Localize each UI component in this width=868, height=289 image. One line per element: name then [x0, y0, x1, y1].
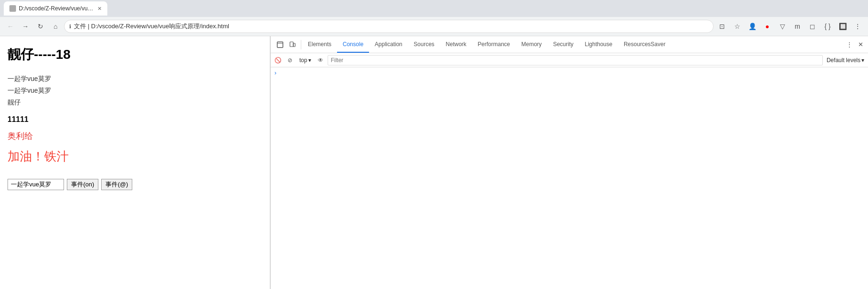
context-selector[interactable]: top ▾ [297, 55, 313, 65]
device-toggle-button[interactable] [287, 39, 298, 50]
page-title: 靓仔-----18 [8, 46, 262, 64]
context-dropdown-icon: ▾ [308, 57, 311, 64]
address-bar[interactable]: ℹ 文件 | D:/vscode/Z-Review/vue/vue响应式原理/i… [64, 20, 714, 33]
browser-tab[interactable]: D:/vscode/Z-Review/vue/vue响应式原理/index.ht… [4, 1, 107, 16]
default-levels-arrow: ▾ [861, 57, 864, 64]
ext5-button[interactable]: ◻ [806, 20, 819, 33]
filter-input[interactable] [328, 55, 823, 65]
tab-sources[interactable]: Sources [408, 36, 440, 53]
lock-icon: ℹ [69, 24, 71, 30]
devtools-panel: Elements Console Application Sources Net… [270, 36, 868, 289]
ext1-button[interactable]: 👤 [746, 20, 759, 33]
svg-rect-0 [277, 42, 283, 48]
toolbar: ← → ↻ ⌂ ℹ 文件 | D:/vscode/Z-Review/vue/vu… [0, 17, 868, 36]
address-text: 文件 | D:/vscode/Z-Review/vue/vue响应式原理/ind… [74, 22, 708, 31]
devtools-header: Elements Console Application Sources Net… [271, 36, 868, 53]
bookmark-button[interactable]: ☆ [731, 20, 744, 33]
console-toolbar: 🚫 ⊘ top ▾ 👁 Default levels ▾ [271, 53, 868, 67]
svg-rect-2 [293, 43, 295, 47]
back-button[interactable]: ← [4, 20, 17, 33]
page-line-1: 一起学vue莫罗 [8, 73, 262, 85]
ext2-button[interactable]: ● [761, 20, 774, 33]
page-line-2: 一起学vue莫罗 [8, 85, 262, 96]
page-red-medium: 奥利给 [8, 130, 262, 142]
forward-button[interactable]: → [19, 20, 32, 33]
tab-console[interactable]: Console [337, 36, 369, 53]
tab-close-btn[interactable]: ✕ [97, 6, 102, 12]
page-input[interactable] [8, 179, 64, 190]
console-stop-button[interactable]: ⊘ [285, 55, 295, 65]
tab-resourcessaver[interactable]: ResourcesSaver [618, 36, 671, 53]
browser-chrome: D:/vscode/Z-Review/vue/vue响应式原理/index.ht… [0, 0, 868, 36]
console-chevron: › [274, 69, 276, 76]
page-line-3: 靓仔 [8, 96, 262, 108]
tab-memory[interactable]: Memory [516, 36, 547, 53]
page-content: 靓仔-----18 一起学vue莫罗 一起学vue莫罗 靓仔 11111 奥利给… [0, 36, 270, 289]
toolbar-right: ⊡ ☆ 👤 ● ▽ m ◻ { } 🔲 ⋮ [715, 20, 864, 33]
ext4-button[interactable]: m [791, 20, 804, 33]
live-expression-button[interactable]: 👁 [315, 55, 326, 65]
console-prompt: › [274, 69, 864, 76]
devtools-divider [301, 40, 301, 49]
default-levels-label: Default levels [827, 57, 860, 64]
devtools-settings-button[interactable]: ⋮ [844, 39, 855, 50]
ext7-button[interactable]: 🔲 [836, 20, 849, 33]
inspect-element-button[interactable] [274, 39, 286, 50]
cast-button[interactable]: ⊡ [715, 20, 729, 33]
event-on-button[interactable]: 事件(on) [67, 179, 98, 190]
console-body[interactable]: › [271, 67, 868, 289]
page-red-large: 加油！铁汁 [8, 148, 262, 165]
menu-button[interactable]: ⋮ [851, 20, 864, 33]
tab-lighthouse[interactable]: Lighthouse [579, 36, 618, 53]
devtools-close-button[interactable]: ✕ [855, 39, 866, 50]
default-levels-selector[interactable]: Default levels ▾ [825, 57, 866, 64]
ext3-button[interactable]: ▽ [776, 20, 789, 33]
reload-button[interactable]: ↻ [34, 20, 47, 33]
main-layout: 靓仔-----18 一起学vue莫罗 一起学vue莫罗 靓仔 11111 奥利给… [0, 36, 868, 289]
tab-performance[interactable]: Performance [472, 36, 516, 53]
page-bold: 11111 [8, 115, 262, 124]
tab-favicon [9, 5, 16, 12]
svg-rect-1 [290, 42, 293, 47]
page-input-row: 事件(on) 事件(@) [8, 179, 262, 190]
tab-application[interactable]: Application [369, 36, 408, 53]
tab-security[interactable]: Security [547, 36, 579, 53]
tab-title: D:/vscode/Z-Review/vue/vue响应式原理/index.ht… [19, 5, 95, 13]
context-value: top [299, 57, 307, 64]
devtools-icons [273, 39, 300, 50]
home-button[interactable]: ⌂ [49, 20, 62, 33]
tab-elements[interactable]: Elements [302, 36, 337, 53]
tab-bar: D:/vscode/Z-Review/vue/vue响应式原理/index.ht… [0, 0, 868, 17]
devtools-tabs: Elements Console Application Sources Net… [302, 36, 844, 53]
event-at-button[interactable]: 事件(@) [101, 179, 132, 190]
tab-network[interactable]: Network [440, 36, 472, 53]
ext6-button[interactable]: { } [821, 20, 834, 33]
console-clear-button[interactable]: 🚫 [273, 55, 283, 65]
